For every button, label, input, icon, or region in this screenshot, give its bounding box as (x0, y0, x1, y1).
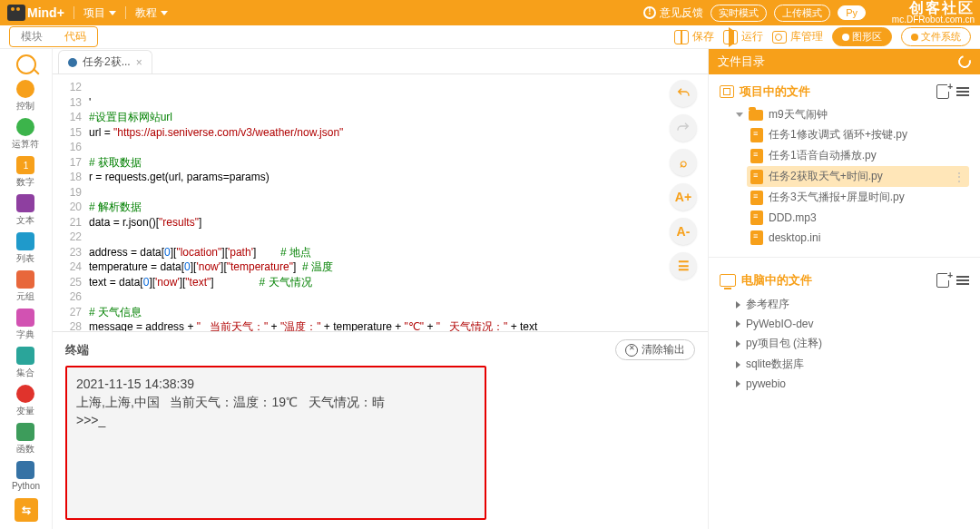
category-icon (16, 80, 34, 98)
file-tab[interactable]: 任务2获... × (58, 50, 152, 73)
code-content[interactable]: ' #设置目标网站url url = "https://api.senivers… (89, 74, 708, 331)
font-decrease-button[interactable]: A- (670, 218, 697, 245)
palette-category[interactable]: 控制 (16, 80, 34, 113)
pc-folder-item[interactable]: pywebio (736, 375, 969, 393)
file-item[interactable]: DDD.mp3 (747, 208, 969, 228)
project-tree: m9天气闹钟 任务1修改调式 循环+按键.py任务1语音自动播放.py任务2获取… (720, 105, 969, 248)
palette-category[interactable]: 运算符 (12, 118, 39, 151)
realtime-mode-pill[interactable]: 实时模式 (710, 5, 767, 22)
file-icon (750, 191, 763, 205)
category-icon (16, 118, 34, 136)
file-directory-panel: 文件目录 项目中的文件 m9天气闹钟 任务1修改调 (708, 49, 980, 529)
project-files-section: 项目中的文件 m9天气闹钟 任务1修改调式 循环+按键.py任务1语音自动播放.… (709, 74, 980, 251)
palette-category[interactable]: 列表 (16, 232, 34, 265)
undo-button[interactable] (670, 80, 697, 107)
app-logo: Mind+ (7, 5, 64, 21)
font-increase-button[interactable]: A+ (670, 183, 697, 211)
pc-files-section: 电脑中的文件 参考程序PyWebIO-devpy项目包 (注释)sqlite数据… (709, 263, 980, 397)
redo-button[interactable] (670, 114, 697, 142)
category-icon (16, 194, 34, 212)
toolbar: 模块 代码 保存 运行 库管理 图形区 文件系统 (0, 25, 980, 49)
menu-icon[interactable] (956, 276, 969, 285)
toggle-graph-area[interactable]: 图形区 (832, 27, 892, 46)
extensions-button[interactable]: ⇆ (15, 498, 38, 522)
computer-icon (720, 274, 736, 287)
library-button[interactable]: 库管理 (772, 29, 823, 44)
file-icon (750, 211, 763, 225)
toolbar-right: 保存 运行 库管理 图形区 文件系统 (674, 27, 971, 46)
toggle-file-system[interactable]: 文件系统 (901, 27, 971, 46)
community-badge[interactable]: 创客社区 mc.DFRobot.com.cn (892, 0, 980, 25)
palette-category[interactable]: 1数字 (16, 156, 34, 189)
category-icon (16, 423, 34, 441)
new-file-icon[interactable] (936, 84, 949, 99)
tab-code-mode[interactable]: 代码 (54, 27, 97, 46)
palette-search-icon[interactable] (16, 54, 36, 74)
new-file-icon[interactable] (936, 273, 949, 288)
file-icon (750, 230, 763, 245)
palette-category[interactable]: 变量 (16, 385, 34, 417)
clear-icon (625, 344, 638, 357)
run-button[interactable]: 运行 (723, 29, 763, 44)
file-item[interactable]: 任务2获取天气+时间.py⋮ (747, 166, 969, 187)
app-header: Mind+ 项目 教程 意见反馈 实时模式 上传模式 Py 创客社区 mc.DF… (0, 0, 980, 25)
search-code-button[interactable]: ⌕ (670, 149, 697, 176)
category-icon (16, 385, 34, 403)
info-icon (643, 6, 656, 19)
file-item[interactable]: 任务3天气播报+屏显时间.py (747, 187, 969, 208)
terminal-header: 终端 清除输出 (65, 339, 695, 366)
feedback-link[interactable]: 意见反馈 (643, 5, 703, 21)
chevron-right-icon (736, 301, 740, 309)
more-icon[interactable]: ⋮ (954, 171, 965, 183)
upload-mode-pill[interactable]: 上传模式 (774, 5, 830, 22)
file-item[interactable]: desktop.ini (747, 228, 969, 248)
divider (709, 257, 980, 258)
palette-category[interactable]: 函数 (16, 423, 34, 456)
menu-icon[interactable] (956, 87, 969, 96)
category-icon (16, 232, 34, 250)
folder-item[interactable]: m9天气闹钟 (736, 105, 969, 124)
pc-folder-item[interactable]: py项目包 (注释) (736, 333, 969, 354)
refresh-icon[interactable] (956, 53, 973, 70)
pc-folder-item[interactable]: sqlite数据库 (736, 354, 969, 375)
pc-folder-item[interactable]: 参考程序 (736, 294, 969, 315)
chevron-right-icon (736, 380, 740, 387)
pc-folder-item[interactable]: PyWebIO-dev (736, 315, 969, 333)
main-area: 控制运算符1数字文本列表元组字典集合变量函数Python ⇆ 任务2获... ×… (0, 49, 980, 529)
chevron-right-icon (736, 361, 740, 368)
palette-category[interactable]: 文本 (16, 194, 34, 227)
category-icon (16, 347, 34, 365)
pc-file-list: 参考程序PyWebIO-devpy项目包 (注释)sqlite数据库pywebi… (720, 294, 969, 393)
lang-badge[interactable]: Py (838, 5, 866, 20)
file-icon (750, 149, 763, 163)
menu-project[interactable]: 项目 (83, 5, 116, 21)
logo-text: Mind+ (27, 5, 64, 20)
code-editor[interactable]: 1213141516171819202122232425262728 ' #设置… (53, 74, 708, 331)
palette-category[interactable]: 字典 (16, 309, 34, 341)
file-panel-header: 文件目录 (709, 49, 980, 74)
menu-tutorial[interactable]: 教程 (135, 5, 168, 21)
chevron-right-icon (736, 340, 740, 348)
palette-category[interactable]: 集合 (16, 347, 34, 379)
play-icon (723, 30, 738, 44)
file-item[interactable]: 任务1语音自动播放.py (747, 145, 969, 166)
palette-category[interactable]: Python (12, 461, 40, 491)
terminal-output[interactable]: 2021-11-15 14:38:39 上海,上海,中国 当前天气：温度：19℃… (65, 366, 486, 520)
close-icon[interactable]: × (136, 56, 142, 69)
tab-block-mode[interactable]: 模块 (10, 27, 54, 46)
category-icon (16, 309, 34, 327)
palette-category[interactable]: 元组 (16, 270, 34, 303)
clear-output-button[interactable]: 清除输出 (615, 339, 695, 360)
file-item[interactable]: 任务1修改调式 循环+按键.py (747, 124, 969, 145)
logo-icon (7, 5, 25, 21)
python-icon (68, 58, 77, 67)
category-icon (16, 270, 34, 289)
collapse-button[interactable]: ☰ (670, 252, 697, 279)
library-icon (772, 31, 787, 44)
category-icon (16, 461, 34, 479)
folder-icon (749, 110, 763, 121)
save-button[interactable]: 保存 (674, 29, 714, 44)
file-icon (750, 128, 763, 142)
chevron-down-icon (109, 11, 116, 15)
editor-tab-row: 任务2获... × (53, 49, 708, 74)
